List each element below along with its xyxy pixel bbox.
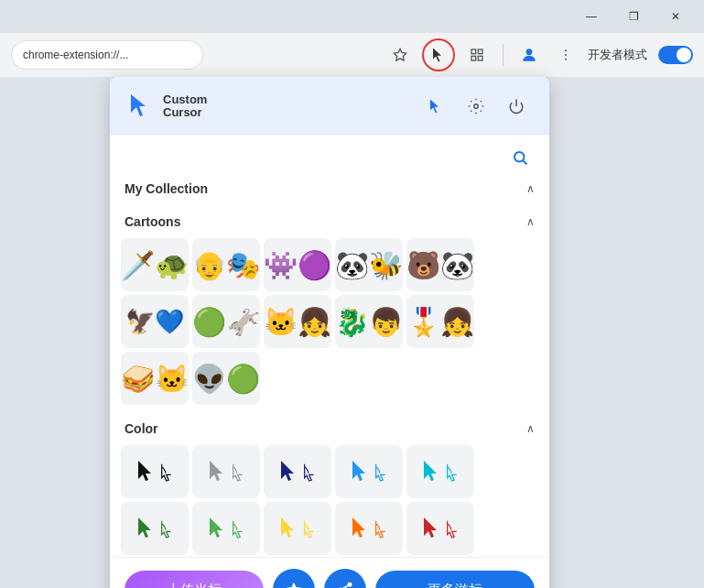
power-icon-button[interactable] — [500, 90, 533, 123]
star-button[interactable] — [273, 569, 315, 588]
extensions-icon[interactable] — [462, 40, 492, 70]
svg-marker-22 — [210, 517, 222, 538]
cursor-garfield[interactable]: 🥪🐱 — [121, 352, 189, 405]
star-icon[interactable] — [385, 40, 415, 70]
svg-line-15 — [523, 160, 526, 164]
popup-logo: Custom Cursor — [126, 92, 207, 121]
cursor-icon-button[interactable] — [419, 90, 452, 123]
cursor-minions-purple[interactable]: 👾🟣 — [264, 238, 331, 291]
minimize-button[interactable]: — — [570, 0, 612, 33]
section-title-my-collection: My Collection — [125, 181, 208, 196]
share-button[interactable] — [324, 569, 366, 588]
svg-marker-21 — [138, 517, 151, 538]
section-color: Color ∧ — [110, 416, 549, 557]
svg-marker-18 — [281, 461, 294, 481]
more-cursors-button[interactable]: 更多游标 — [375, 571, 535, 589]
upload-cursor-button[interactable]: 上传光标 — [125, 571, 264, 589]
svg-rect-4 — [471, 56, 476, 60]
cursor-soldier[interactable]: 🎖️👧 — [406, 295, 474, 348]
devmode-toggle[interactable] — [658, 46, 693, 64]
popup-header-icons — [419, 90, 533, 123]
svg-marker-43 — [286, 583, 301, 588]
svg-point-12 — [474, 104, 479, 109]
chevron-cartoons: ∧ — [526, 215, 535, 228]
cursor-yellow[interactable] — [264, 502, 331, 555]
popup-header: Custom Cursor — [110, 77, 549, 136]
chrome-frame: 码农之家 x2577.com — ❐ ✕ chrome-extension://… — [0, 0, 704, 588]
logo-arrow-icon — [126, 92, 156, 121]
popup-body: My Collection ∧ Cartoons ∧ 🗡️🐢 👴🎭 — [110, 136, 549, 557]
settings-icon-button[interactable] — [460, 90, 493, 123]
window-controls: — ❐ ✕ — [570, 0, 697, 33]
svg-rect-3 — [478, 49, 482, 54]
profile-icon[interactable] — [514, 40, 544, 70]
maximize-button[interactable]: ❐ — [612, 0, 655, 33]
svg-marker-25 — [424, 517, 437, 538]
svg-marker-17 — [210, 461, 222, 481]
svg-point-14 — [514, 152, 525, 162]
svg-point-9 — [565, 59, 567, 60]
cursor-bird-blue[interactable]: 🦅💙 — [121, 295, 189, 348]
svg-rect-2 — [471, 49, 476, 54]
extension-popup: Custom Cursor — [110, 77, 549, 588]
svg-marker-20 — [424, 461, 437, 481]
toolbar: chrome-extension://... — [0, 33, 704, 77]
svg-point-44 — [347, 583, 352, 587]
cursor-cat-lady[interactable]: 🐱👧 — [264, 295, 331, 348]
svg-marker-16 — [138, 461, 151, 481]
cursor-gray[interactable] — [192, 445, 260, 498]
cursor-black[interactable] — [121, 445, 189, 498]
svg-marker-24 — [352, 517, 365, 538]
chevron-my-collection: ∧ — [526, 182, 535, 195]
devmode-label: 开发者模式 — [588, 47, 647, 63]
search-button[interactable] — [505, 143, 535, 172]
cursor-teal[interactable] — [406, 445, 474, 498]
title-bar: — ❐ ✕ — [0, 0, 704, 33]
svg-point-7 — [565, 49, 567, 51]
svg-rect-5 — [478, 56, 482, 60]
section-header-color[interactable]: Color ∧ — [121, 416, 538, 441]
svg-point-6 — [526, 49, 533, 55]
svg-marker-19 — [352, 461, 365, 481]
cursor-bear-panda[interactable]: 🐻🐼 — [406, 238, 474, 291]
bottom-bar: 上传光标 更多游标 — [110, 557, 549, 588]
address-bar[interactable]: chrome-extension://... — [23, 49, 191, 61]
section-header-cartoons[interactable]: Cartoons ∧ — [121, 209, 538, 234]
svg-marker-23 — [281, 517, 294, 538]
section-title-color: Color — [125, 421, 158, 436]
cursor-panda-bee[interactable]: 🐼🐝 — [335, 238, 403, 291]
close-button[interactable]: ✕ — [655, 0, 697, 33]
cursor-green2[interactable] — [192, 502, 260, 555]
cursor-green[interactable] — [121, 502, 189, 555]
cursor-red[interactable] — [406, 502, 474, 555]
section-cartoons: Cartoons ∧ 🗡️🐢 👴🎭 👾🟣 🐼🐝 — [110, 209, 549, 416]
section-title-cartoons: Cartoons — [125, 214, 180, 229]
section-header-my-collection[interactable]: My Collection ∧ — [121, 176, 538, 201]
cursor-shrek[interactable]: 🟢🫏 — [192, 295, 260, 348]
cursor-ninja-turtle[interactable]: 🗡️🐢 — [121, 238, 189, 291]
cartoons-grid: 🗡️🐢 👴🎭 👾🟣 🐼🐝 🐻🐼 🦅💙 — [121, 234, 538, 408]
svg-marker-0 — [394, 49, 406, 60]
logo-text: Custom Cursor — [163, 93, 207, 120]
menu-icon[interactable] — [551, 40, 580, 70]
cursor-minions[interactable]: 👴🎭 — [192, 238, 260, 291]
cursor-alien[interactable]: 👽🟢 — [192, 352, 260, 405]
cursor-orange[interactable] — [335, 502, 403, 555]
section-my-collection: My Collection ∧ — [110, 176, 549, 209]
cursor-hiccup[interactable]: 🐉👦 — [335, 295, 403, 348]
svg-point-8 — [565, 54, 567, 56]
color-grid — [121, 441, 538, 557]
search-row — [110, 136, 549, 176]
cursor-darkblue[interactable] — [264, 445, 331, 498]
toolbar-divider — [503, 44, 504, 66]
cursor-blue[interactable] — [335, 445, 403, 498]
chevron-color: ∧ — [526, 422, 535, 435]
svg-marker-10 — [131, 94, 146, 116]
svg-marker-11 — [430, 100, 439, 114]
